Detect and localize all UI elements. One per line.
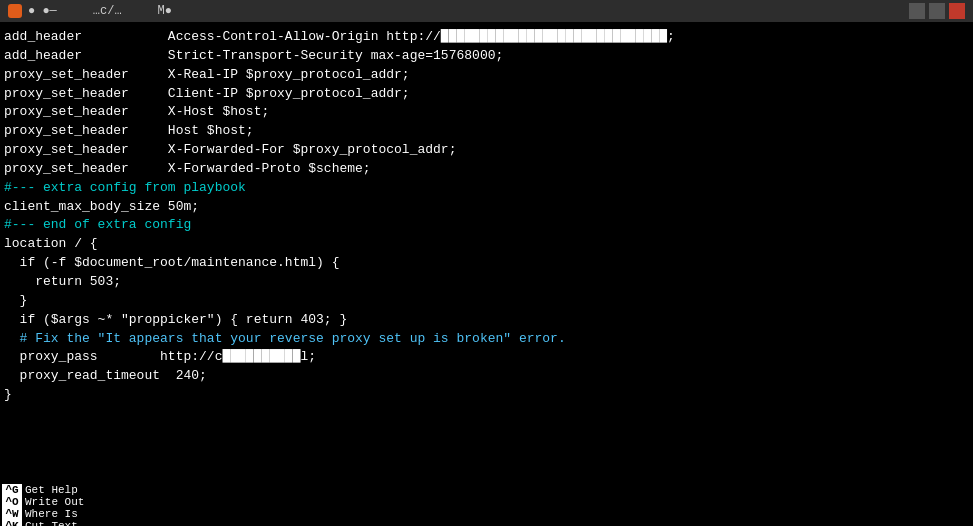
shortcut-item[interactable]: ^KCut Text — [0, 520, 973, 526]
shortcut-key: ^K — [2, 520, 22, 526]
editor-line: return 503; — [4, 273, 969, 292]
shortcut-key: ^O — [2, 496, 22, 508]
editor-line: proxy_set_header X-Forwarded-For $proxy_… — [4, 141, 969, 160]
editor-line: add_header Access-Control-Allow-Origin h… — [4, 28, 969, 47]
maximize-button[interactable] — [929, 3, 945, 19]
app-icon — [8, 4, 22, 18]
shortcut-row-1: ^GGet Help^OWrite Out^WWhere Is^KCut Tex… — [0, 484, 973, 526]
bottom-bar: ^GGet Help^OWrite Out^WWhere Is^KCut Tex… — [0, 484, 973, 526]
editor-line: proxy_set_header X-Real-IP $proxy_protoc… — [4, 66, 969, 85]
shortcut-key: ^W — [2, 508, 22, 520]
shortcut-label: Get Help — [25, 484, 78, 496]
editor-line: add_header Strict-Transport-Security max… — [4, 47, 969, 66]
editor-line: if (-f $document_root/maintenance.html) … — [4, 254, 969, 273]
editor-line: } — [4, 386, 969, 405]
shortcut-label: Where Is — [25, 508, 78, 520]
editor-line: proxy_set_header Client-IP $proxy_protoc… — [4, 85, 969, 104]
editor-line: proxy_pass http://c██████████l; — [4, 348, 969, 367]
editor-line: #--- extra config from playbook — [4, 179, 969, 198]
editor-line: proxy_set_header Host $host; — [4, 122, 969, 141]
editor-line: location / { — [4, 235, 969, 254]
editor-line: client_max_body_size 50m; — [4, 198, 969, 217]
editor-line: proxy_set_header X-Forwarded-Proto $sche… — [4, 160, 969, 179]
titlebar-left: ● ●— …c/… M● — [8, 4, 186, 18]
close-button[interactable] — [949, 3, 965, 19]
titlebar-tabs: ● ●— …c/… M● — [28, 4, 172, 18]
editor-line: proxy_read_timeout 240; — [4, 367, 969, 386]
shortcut-item[interactable]: ^OWrite Out — [0, 496, 973, 508]
editor-line: # Fix the "It appears that your reverse … — [4, 330, 969, 349]
editor[interactable]: add_header Access-Control-Allow-Origin h… — [0, 26, 973, 448]
editor-line: proxy_set_header X-Host $host; — [4, 103, 969, 122]
shortcut-item[interactable]: ^GGet Help — [0, 484, 973, 496]
shortcut-label: Cut Text — [25, 520, 78, 526]
titlebar: ● ●— …c/… M● — [0, 0, 973, 22]
editor-line: if ($args ~* "proppicker") { return 403;… — [4, 311, 969, 330]
editor-line: } — [4, 292, 969, 311]
shortcut-item[interactable]: ^WWhere Is — [0, 508, 973, 520]
shortcut-label: Write Out — [25, 496, 84, 508]
titlebar-controls[interactable] — [909, 3, 965, 19]
shortcut-key: ^G — [2, 484, 22, 496]
editor-line: #--- end of extra config — [4, 216, 969, 235]
minimize-button[interactable] — [909, 3, 925, 19]
